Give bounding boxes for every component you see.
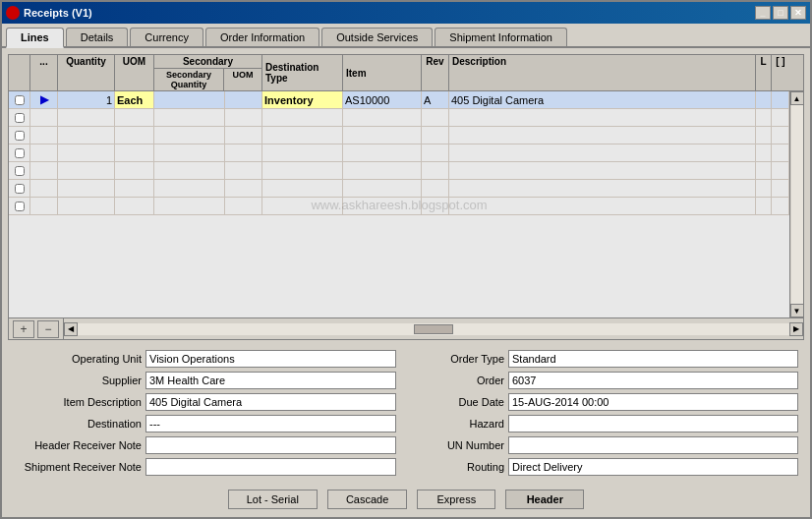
table-row[interactable] — [9, 127, 789, 144]
row-bracket-1[interactable] — [772, 91, 789, 108]
label-un-number: UN Number — [416, 439, 504, 451]
tab-details[interactable]: Details — [66, 28, 129, 46]
row-checkbox-6[interactable] — [15, 184, 25, 194]
tab-currency[interactable]: Currency — [130, 28, 203, 46]
scroll-right-button[interactable]: ▶ — [789, 322, 803, 336]
row-checkbox-7[interactable] — [15, 202, 25, 211]
table-row[interactable] — [9, 109, 789, 127]
row-checkbox-4[interactable] — [15, 148, 25, 158]
row-rev-1[interactable]: A — [422, 91, 449, 108]
title-bar-left: Receipts (V1) — [6, 6, 92, 20]
input-due-date[interactable] — [508, 393, 798, 411]
row-quantity-1[interactable]: 1 — [58, 91, 115, 108]
row-num-2 — [30, 109, 58, 126]
form-row-order: Order — [416, 370, 798, 391]
col-quantity-header: Quantity — [58, 55, 115, 90]
lot-serial-button[interactable]: Lot - Serial — [228, 490, 318, 509]
form-row-un-number: UN Number — [416, 434, 798, 456]
row-uom-2[interactable] — [115, 109, 154, 126]
row-check-1[interactable] — [9, 91, 30, 108]
form-left: Operating Unit Supplier Item Description… — [14, 348, 396, 478]
row-l-1[interactable] — [756, 91, 772, 108]
row-uom-1[interactable]: Each — [115, 91, 154, 108]
form-row-shipment-note: Shipment Receiver Note — [14, 456, 396, 478]
tab-lines[interactable]: Lines — [6, 28, 64, 48]
scroll-h-track[interactable] — [78, 323, 789, 335]
label-supplier: Supplier — [14, 375, 142, 386]
scroll-up-button[interactable]: ▲ — [790, 91, 804, 105]
row-item-1[interactable]: AS10000 — [343, 91, 422, 108]
label-routing: Routing — [416, 461, 504, 473]
input-un-number[interactable] — [508, 436, 798, 454]
table-row[interactable] — [9, 180, 789, 198]
row-desc-1[interactable]: 405 Digital Camera — [449, 91, 756, 108]
table-row[interactable] — [9, 198, 789, 215]
grid-section: ... Quantity UOM Secondary Secondary Qua… — [8, 54, 804, 340]
row-quantity-2[interactable] — [58, 109, 115, 126]
col-sec-qty-header: Secondary Quantity — [154, 69, 224, 90]
input-header-note[interactable] — [145, 436, 396, 454]
row-checkbox-1[interactable] — [15, 95, 25, 105]
tab-outside-services[interactable]: Outside Services — [321, 28, 433, 46]
table-row[interactable] — [9, 162, 789, 180]
tab-order-information[interactable]: Order Information — [205, 28, 319, 46]
table-row[interactable]: ▶ 1 Each Inventory — [9, 91, 789, 109]
form-right: Order Type Order Due Date Hazard UN Numb… — [416, 348, 798, 478]
input-supplier[interactable] — [145, 372, 396, 389]
row-sec-uom-1[interactable] — [225, 91, 262, 108]
row-dest-type-1[interactable]: Inventory — [262, 91, 343, 108]
input-order[interactable] — [508, 372, 798, 389]
table-row[interactable] — [9, 144, 789, 162]
form-row-routing: Routing — [416, 456, 798, 478]
scroll-down-button[interactable]: ▼ — [790, 304, 804, 317]
maximize-button[interactable]: □ — [773, 6, 788, 20]
input-operating-unit[interactable] — [145, 350, 396, 368]
input-shipment-note[interactable] — [145, 458, 396, 476]
minimize-button[interactable]: _ — [755, 6, 771, 20]
input-hazard[interactable] — [508, 415, 798, 432]
row-checkbox-3[interactable] — [15, 131, 25, 141]
col-sec-uom-header: UOM — [224, 69, 261, 90]
row-sec-uom-2[interactable] — [225, 109, 262, 126]
col-bracket-header: [ ] — [772, 55, 789, 90]
input-item-description[interactable] — [145, 393, 396, 411]
row-item-2[interactable] — [343, 109, 422, 126]
row-bracket-2[interactable] — [772, 109, 789, 126]
scroll-left-button[interactable]: ◀ — [64, 322, 78, 336]
remove-row-button[interactable]: − — [37, 320, 59, 338]
label-shipment-note: Shipment Receiver Note — [14, 461, 142, 473]
input-destination[interactable] — [145, 415, 396, 432]
row-rev-2[interactable] — [422, 109, 449, 126]
header-button[interactable]: Header — [505, 490, 584, 509]
cascade-button[interactable]: Cascade — [327, 490, 407, 509]
bottom-buttons: Lot - Serial Cascade Express Header — [8, 486, 804, 511]
grid-body: ▶ 1 Each Inventory — [9, 91, 789, 317]
row-check-2[interactable] — [9, 109, 30, 126]
tab-shipment-information[interactable]: Shipment Information — [435, 28, 567, 46]
main-window: Receipts (V1) _ □ ✕ Lines Details Curren… — [0, 0, 812, 519]
row-sec-qty-1[interactable] — [154, 91, 225, 108]
row-desc-2[interactable] — [449, 109, 756, 126]
col-l-header: L — [756, 55, 772, 90]
close-button[interactable]: ✕ — [790, 6, 806, 20]
scroll-h-thumb[interactable] — [414, 324, 453, 334]
label-hazard: Hazard — [416, 418, 504, 430]
add-row-button[interactable]: + — [13, 320, 34, 338]
vertical-scrollbar[interactable]: ▲ ▼ — [789, 91, 803, 317]
express-button[interactable]: Express — [417, 490, 495, 509]
scroll-track[interactable] — [791, 105, 803, 304]
row-dest-type-2[interactable] — [262, 109, 343, 126]
row-sec-qty-2[interactable] — [154, 109, 225, 126]
label-order-type: Order Type — [416, 353, 504, 365]
horizontal-scrollbar[interactable]: ◀ ▶ — [63, 318, 803, 339]
label-item-description: Item Description — [14, 396, 142, 408]
row-l-2[interactable] — [756, 109, 772, 126]
col-dest-type-header: Destination Type — [262, 55, 343, 90]
col-rownum-header: ... — [30, 55, 58, 90]
col-rev-header: Rev — [422, 55, 449, 90]
input-routing[interactable] — [508, 458, 798, 476]
tabs-bar: Lines Details Currency Order Information… — [2, 24, 810, 48]
row-checkbox-2[interactable] — [15, 113, 25, 123]
input-order-type[interactable] — [508, 350, 798, 368]
row-checkbox-5[interactable] — [15, 166, 25, 176]
